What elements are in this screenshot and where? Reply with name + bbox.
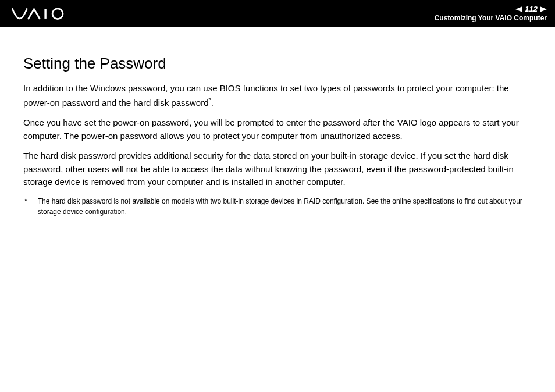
paragraph-1-text: In addition to the Windows password, you…: [23, 83, 509, 108]
svg-marker-2: [515, 6, 522, 12]
svg-point-1: [52, 9, 63, 19]
svg-marker-3: [540, 6, 547, 12]
page-title: Setting the Password: [23, 55, 532, 73]
section-label: Customizing Your VAIO Computer: [435, 14, 547, 22]
vaio-logo: [12, 7, 76, 20]
svg-rect-0: [44, 9, 46, 19]
document-header: 112 Customizing Your VAIO Computer: [0, 0, 555, 27]
paragraph-3: The hard disk password provides addition…: [23, 149, 532, 189]
document-content: Setting the Password In addition to the …: [0, 27, 555, 217]
footnote-marker: *: [24, 196, 27, 217]
paragraph-1-suffix: .: [211, 98, 214, 108]
nav-next-icon[interactable]: [540, 6, 547, 12]
nav-prev-icon[interactable]: [515, 6, 522, 12]
page-navigation: 112: [515, 5, 547, 14]
header-right: 112 Customizing Your VAIO Computer: [435, 5, 547, 22]
paragraph-1: In addition to the Windows password, you…: [23, 82, 532, 109]
page-number: 112: [525, 5, 538, 14]
footnote: * The hard disk password is not availabl…: [23, 196, 532, 217]
paragraph-2: Once you have set the power-on password,…: [23, 116, 532, 142]
footnote-text: The hard disk password is not available …: [38, 196, 532, 217]
